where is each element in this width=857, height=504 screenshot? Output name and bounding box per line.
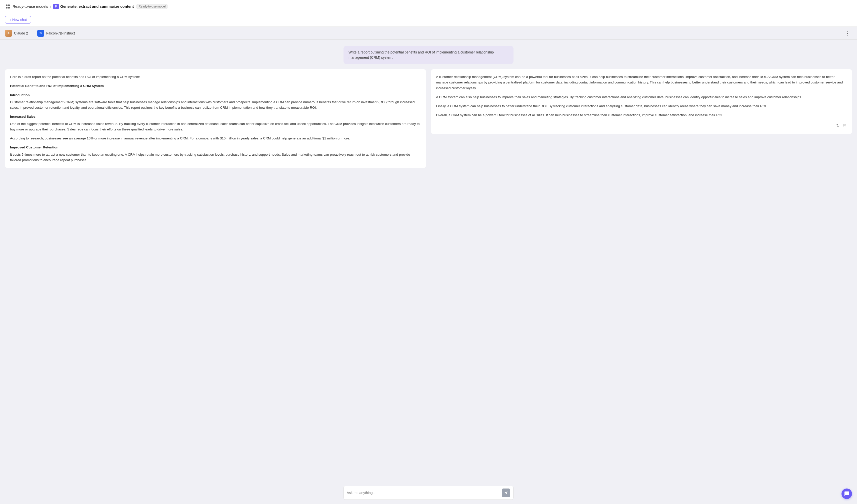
chat-bubble-icon [844,491,850,497]
new-chat-button[interactable]: + New chat [5,16,31,23]
model-tab-falcon: TII Falcon-7B-Instruct [32,27,79,39]
input-wrapper [343,486,514,500]
chat-input[interactable] [347,491,500,495]
response-left-intro: Here is a draft report on the potential … [10,74,421,80]
chat-area[interactable]: Write a report outlining the potential b… [0,40,857,482]
falcon-para2: A CRM system can also help businesses to… [436,94,847,100]
models-bar: A Claude 2 TII Falcon-7B-Instruct ⋮ [0,27,857,40]
page-title: Generate, extract and summarize content [60,4,134,8]
retention-body: It costs 5 times more to attract a new c… [10,152,421,163]
response-card-claude: Here is a draft report on the potential … [5,69,426,168]
svg-rect-2 [6,7,7,8]
model-badge: Ready-to-use model [136,4,168,9]
response-card-falcon: A customer relationship management (CRM)… [431,69,852,134]
more-options-button[interactable]: ⋮ [843,29,852,37]
chat-bubble-button[interactable] [841,488,852,499]
sales-body: One of the biggest potential benefits of… [10,121,421,133]
retention-heading: Improved Customer Retention [10,145,421,150]
header-title-section: P Generate, extract and summarize conten… [53,4,134,9]
more-icon: ⋮ [845,30,850,36]
main-content: A Claude 2 TII Falcon-7B-Instruct ⋮ Writ… [0,27,857,504]
responses-row: Here is a draft report on the potential … [5,69,852,168]
breadcrumb-separator: / [50,4,51,9]
falcon-avatar: TII [37,30,44,37]
svg-rect-1 [8,4,10,6]
claude-model-name: Claude 2 [14,31,28,35]
falcon-para4: Overall, a CRM system can be a powerful … [436,112,847,118]
user-message-wrapper: Write a report outlining the potential b… [5,46,852,64]
app-header: Ready-to-use models / P Generate, extrac… [0,0,857,13]
intro-body: Customer relationship management (CRM) s… [10,100,421,111]
svg-rect-0 [6,4,7,6]
falcon-avatar-letter: TII [39,32,42,34]
falcon-model-name: Falcon-7B-Instruct [46,31,75,35]
refresh-icon: ↻ [836,123,840,128]
response-left-title: Potential Benefits and ROI of Implementi… [10,83,421,89]
toolbar: + New chat [0,13,857,27]
send-button[interactable] [502,488,510,497]
model-tab-claude: A Claude 2 [5,27,32,39]
page-icon: P [53,4,59,9]
copy-icon: ⎘ [843,123,846,128]
falcon-para1: A customer relationship management (CRM)… [436,74,847,91]
user-message: Write a report outlining the potential b… [343,46,514,64]
input-area [0,482,857,504]
claude-avatar-letter: A [7,32,10,35]
sales-stats: According to research, businesses see an… [10,136,421,141]
breadcrumb-models[interactable]: Ready-to-use models [13,4,48,8]
copy-button[interactable]: ⎘ [842,122,847,129]
refresh-button[interactable]: ↻ [835,122,840,129]
response-actions: ↻ ⎘ [436,122,847,129]
falcon-para3: Finally, a CRM system can help businesse… [436,103,847,109]
send-icon [504,491,508,495]
breadcrumb: Ready-to-use models / P Generate, extrac… [5,4,168,9]
claude-avatar: A [5,30,12,37]
sales-heading: Increased Sales [10,114,421,119]
svg-rect-3 [8,7,10,8]
models-icon [5,4,11,9]
intro-heading: Introduction [10,92,421,98]
